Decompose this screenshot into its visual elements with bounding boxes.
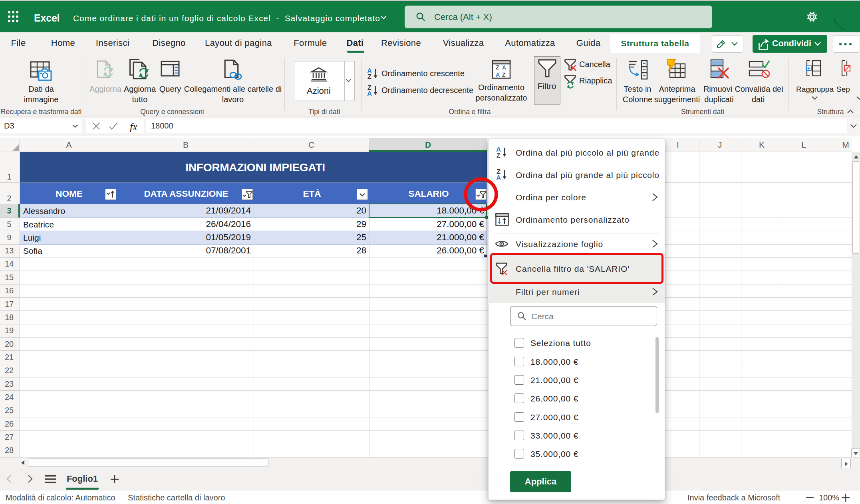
- svg-text:A: A: [496, 71, 500, 78]
- svg-text:Z: Z: [496, 64, 499, 71]
- svg-text:Z: Z: [502, 71, 506, 78]
- svg-text:A: A: [502, 64, 506, 71]
